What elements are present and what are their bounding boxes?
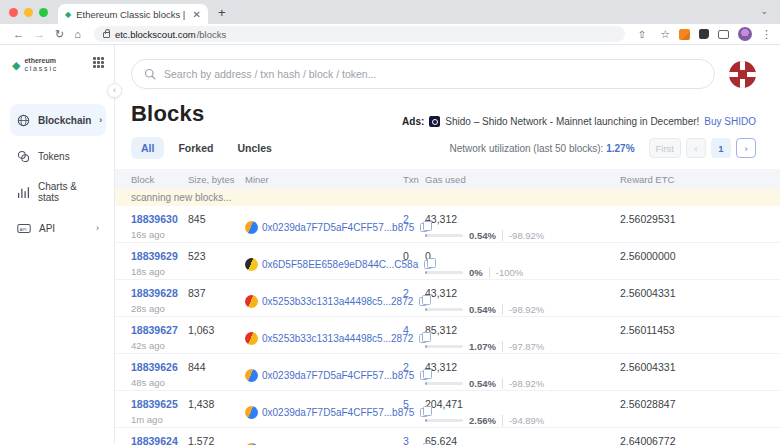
sidebar-item-blockchain[interactable]: Blockchain › (10, 104, 106, 136)
gas-change-percent: -100% (489, 267, 523, 278)
tabstrip-chevron-icon[interactable]: ⌄ (760, 6, 768, 16)
miner-address-link[interactable]: 0x5253b33c1313a44498c5...2872 (262, 333, 413, 344)
gas-used-percent: 0.54% (469, 378, 496, 389)
sidebar-item-label: Tokens (38, 151, 99, 162)
ads-link[interactable]: Buy SHIDO (704, 116, 756, 127)
close-window-button[interactable] (9, 8, 18, 17)
tab-uncles[interactable]: Uncles (227, 137, 281, 159)
metamask-extension-icon[interactable] (679, 29, 690, 40)
block-number-link[interactable]: 18839628 (131, 287, 178, 299)
miner-address-link[interactable]: 0x0239da7F7D5aF4CFF57...b875 (262, 222, 414, 233)
reload-icon[interactable]: ↻ (55, 28, 64, 41)
miner-address-link[interactable]: 0x5253b33c1313a44498c5...2872 (262, 296, 413, 307)
back-icon[interactable]: ← (13, 28, 24, 40)
blocks-table: Block Size, bytes Miner Txn Gas used Rew… (115, 169, 780, 445)
sidebar-item-tokens[interactable]: Tokens › (10, 140, 106, 172)
gas-bar-fill (425, 234, 427, 237)
miner-avatar (245, 221, 258, 234)
reward-cell: 2.56000000 (620, 250, 756, 279)
sidebar: ◆ ethereum classic ‹ Blockchain › Tokens… (0, 45, 115, 444)
gas-used-cell: 85,312 1.07% -97.87% (425, 324, 620, 353)
bookmark-star-icon[interactable]: ☆ (660, 28, 670, 41)
block-number-link[interactable]: 18839625 (131, 398, 178, 410)
gas-used-value: 43,312 (425, 213, 620, 225)
sidebar-item-charts-stats[interactable]: Charts & stats › (10, 176, 106, 208)
gas-used-percent: 0% (469, 267, 483, 278)
miner-cell: 0x6D5F58EE658e9eD844C...C58a (245, 250, 403, 279)
page-title: Blocks (131, 101, 204, 127)
gas-used-value: 43,312 (425, 287, 620, 299)
block-number-link[interactable]: 18839629 (131, 250, 178, 262)
tab-forked[interactable]: Forked (168, 137, 223, 159)
block-number-link[interactable]: 18839630 (131, 213, 178, 225)
minimize-window-button[interactable] (24, 8, 33, 17)
table-row: 18839629 18s ago 523 0x6D5F58EE658e9eD84… (115, 243, 780, 280)
gas-usage-bar (425, 234, 463, 237)
share-icon[interactable]: ⇧ (638, 29, 646, 40)
tab-close-icon[interactable]: ✕ (193, 9, 201, 20)
tab-title: Ethereum Classic blocks | Blo (76, 9, 187, 20)
miner-cell: 0x0239da7F7D5aF4CFF57...b875 (245, 213, 403, 242)
pagination-next-button[interactable]: › (736, 138, 756, 158)
block-cell: 18839625 1m ago (131, 398, 188, 427)
col-header-txn: Txn (403, 174, 425, 185)
txn-count[interactable]: 2 (403, 361, 409, 373)
extension-icon[interactable] (699, 29, 709, 39)
block-number-link[interactable]: 18839627 (131, 324, 178, 336)
size-cell: 523 (188, 250, 245, 279)
miner-avatar (245, 369, 258, 382)
size-cell: 1,063 (188, 324, 245, 353)
zoom-window-button[interactable] (39, 8, 48, 17)
table-row: 18839627 42s ago 1,063 0x5253b33c1313a44… (115, 317, 780, 354)
pagination-first-button[interactable]: First (649, 138, 681, 158)
miner-address-link[interactable]: 0x6D5F58EE658e9eD844C...C58a (262, 259, 418, 270)
gas-usage-bar (425, 382, 463, 385)
txn-count[interactable]: 4 (403, 324, 409, 336)
home-icon[interactable]: ⌂ (74, 28, 81, 40)
search-input[interactable] (164, 68, 702, 80)
gas-used-percent: 0.54% (469, 304, 496, 315)
profile-avatar[interactable] (738, 27, 752, 41)
ads-banner: Ads: Shido – Shido Network - Mainnet lau… (402, 116, 756, 127)
block-number-link[interactable]: 18839624 (131, 435, 178, 445)
network-grid-icon[interactable] (93, 57, 104, 68)
copy-icon[interactable] (420, 371, 428, 380)
copy-icon[interactable] (420, 408, 428, 417)
size-cell: 1,572 (188, 435, 245, 445)
copy-icon[interactable] (420, 223, 428, 232)
browser-menu-icon[interactable]: ⋮ (761, 28, 772, 41)
pagination-prev-button[interactable]: ‹ (686, 138, 706, 158)
txn-count[interactable]: 2 (403, 213, 409, 225)
url-bar[interactable]: etc.blockscout.com/blocks (94, 26, 625, 42)
miner-avatar (245, 295, 258, 308)
tab-all[interactable]: All (131, 137, 164, 159)
col-header-reward: Reward ETC (620, 174, 756, 185)
copy-icon[interactable] (419, 297, 427, 306)
gas-bar-fill (425, 419, 427, 422)
logo-line1: ethereum (24, 57, 58, 64)
ethereum-classic-logo[interactable]: ◆ ethereum classic (12, 57, 58, 72)
forward-icon[interactable]: → (34, 28, 45, 40)
miner-address-link[interactable]: 0x0239da7F7D5aF4CFF57...b875 (262, 407, 414, 418)
copy-icon[interactable] (424, 260, 432, 269)
txn-count[interactable]: 2 (403, 287, 409, 299)
block-age: 28s ago (131, 303, 188, 314)
copy-icon[interactable] (419, 334, 427, 343)
shido-icon (429, 116, 440, 127)
side-panel-icon[interactable] (718, 30, 729, 39)
txn-count[interactable]: 0 (403, 250, 409, 262)
miner-address-link[interactable]: 0x0239da7F7D5aF4CFF57...b875 (262, 370, 414, 381)
txn-count[interactable]: 5 (403, 398, 409, 410)
new-tab-button[interactable]: + (218, 5, 226, 20)
block-number-link[interactable]: 18839626 (131, 361, 178, 373)
sidebar-collapse-button[interactable]: ‹ (107, 83, 122, 98)
sidebar-item-api[interactable]: API API › (10, 212, 106, 244)
reward-cell: 2.64006772 (620, 435, 756, 445)
svg-text:API: API (19, 226, 26, 231)
search-box[interactable] (131, 59, 715, 89)
table-row: 18839626 48s ago 844 0x0239da7F7D5aF4CFF… (115, 354, 780, 391)
txn-count[interactable]: 3 (403, 435, 409, 445)
charts-icon (17, 186, 30, 199)
browser-tab[interactable]: ◆ Ethereum Classic blocks | Blo ✕ (58, 4, 208, 24)
col-header-block: Block (131, 174, 188, 185)
